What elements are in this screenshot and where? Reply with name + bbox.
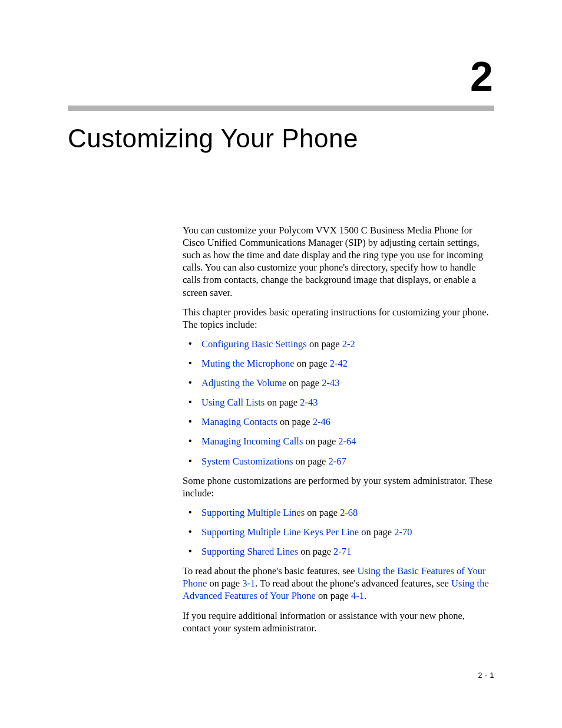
list-item: Configuring Basic Settings on page 2-2: [185, 338, 494, 350]
page-ref-link[interactable]: 2-43: [300, 397, 318, 408]
topic-link[interactable]: Using Call Lists: [201, 397, 265, 408]
page-ref-link[interactable]: 2-67: [328, 456, 346, 467]
chapter-separator: [68, 106, 494, 111]
page-ref-link[interactable]: 2-68: [340, 507, 358, 518]
text-run: . To read about the phone's advanced fea…: [255, 578, 451, 589]
page-ref-link[interactable]: 2-46: [313, 416, 330, 427]
list-item-text: on page: [293, 456, 328, 467]
chapter-title: Customizing Your Phone: [68, 124, 494, 153]
list-item: Muting the Microphone on page 2-42: [185, 357, 494, 370]
text-run: on page: [316, 590, 351, 601]
list-item: Supporting Multiple Lines on page 2-68: [185, 506, 494, 519]
page-ref-link[interactable]: 2-43: [322, 377, 339, 388]
list-item: System Customizations on page 2-67: [185, 455, 494, 467]
list-item-text: on page: [277, 416, 313, 427]
topic-link[interactable]: Muting the Microphone: [201, 358, 295, 369]
mid-paragraph: Some phone customizations are performed …: [183, 475, 494, 499]
closing-paragraph: To read about the phone's basic features…: [183, 565, 494, 602]
page-ref-link[interactable]: 2-64: [338, 436, 356, 447]
topic-link[interactable]: Supporting Multiple Lines: [201, 507, 305, 518]
list-item-text: on page: [295, 358, 330, 369]
list-item-text: on page: [303, 436, 338, 447]
chapter-number: 2: [68, 56, 494, 97]
list-item: Supporting Multiple Line Keys Per Line o…: [185, 526, 494, 538]
page-ref-link[interactable]: 2-70: [394, 526, 412, 538]
list-item-text: on page: [286, 377, 322, 388]
topic-link[interactable]: Supporting Shared Lines: [201, 546, 298, 557]
page-number: 2 - 1: [478, 671, 494, 680]
topic-link[interactable]: Supporting Multiple Line Keys Per Line: [201, 526, 359, 538]
document-page: 2 Customizing Your Phone You can customi…: [0, 0, 562, 728]
list-item: Adjusting the Volume on page 2-43: [185, 377, 494, 389]
page-ref-link[interactable]: 2-2: [342, 338, 355, 350]
topic-link[interactable]: Managing Contacts: [201, 416, 277, 427]
topic-link[interactable]: System Customizations: [201, 456, 293, 467]
list-item-text: on page: [307, 338, 342, 350]
intro-paragraph: You can customize your Polycom VVX 1500 …: [183, 224, 494, 299]
list-item: Managing Contacts on page 2-46: [185, 416, 494, 428]
list-item-text: on page: [265, 397, 300, 408]
page-ref-link[interactable]: 2-71: [333, 546, 351, 557]
topics-lead-paragraph: This chapter provides basic operating in…: [183, 306, 494, 331]
topic-link[interactable]: Configuring Basic Settings: [201, 338, 307, 350]
page-ref-link[interactable]: 3-1: [242, 578, 255, 589]
list-item: Supporting Shared Lines on page 2-71: [185, 545, 494, 558]
list-item-text: on page: [359, 526, 394, 538]
text-run: .: [364, 590, 366, 601]
list-item-text: on page: [298, 546, 333, 557]
text-run: on page: [207, 578, 242, 589]
topics-list-secondary: Supporting Multiple Lines on page 2-68 S…: [183, 506, 494, 558]
topics-list-primary: Configuring Basic Settings on page 2-2 M…: [183, 338, 494, 467]
body-content: You can customize your Polycom VVX 1500 …: [183, 224, 494, 634]
topic-link[interactable]: Adjusting the Volume: [201, 377, 286, 388]
page-ref-link[interactable]: 2-42: [330, 358, 348, 369]
list-item: Managing Incoming Calls on page 2-64: [185, 435, 494, 447]
list-item-text: on page: [305, 507, 340, 518]
text-run: To read about the phone's basic features…: [183, 565, 357, 577]
list-item: Using Call Lists on page 2-43: [185, 396, 494, 409]
page-ref-link[interactable]: 4-1: [351, 590, 364, 601]
topic-link[interactable]: Managing Incoming Calls: [201, 436, 303, 447]
final-paragraph: If you require additional information or…: [183, 610, 494, 634]
